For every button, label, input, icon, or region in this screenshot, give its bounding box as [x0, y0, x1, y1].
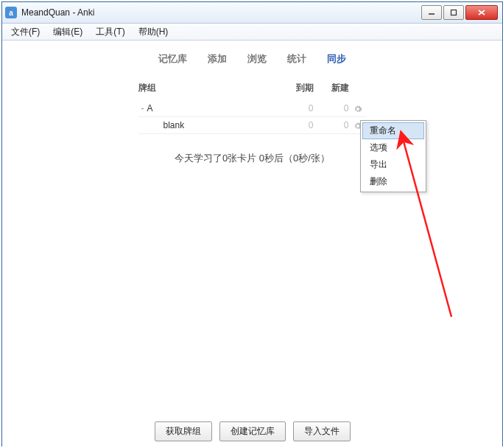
- nav-sync[interactable]: 同步: [327, 52, 346, 66]
- svg-rect-1: [451, 10, 457, 15]
- deck-row[interactable]: - A 0 0: [138, 100, 367, 117]
- deck-due: 0: [278, 103, 314, 113]
- deck-row[interactable]: blank 0 0: [138, 117, 367, 134]
- gear-icon: [353, 105, 362, 113]
- minimize-icon: [428, 9, 435, 16]
- nav-add[interactable]: 添加: [208, 52, 227, 66]
- get-decks-button[interactable]: 获取牌组: [155, 421, 212, 441]
- bottom-bar: 获取牌组 创建记忆库 导入文件: [2, 421, 502, 441]
- deck-new: 0: [314, 120, 349, 130]
- deck-gear-button[interactable]: [349, 103, 367, 113]
- deck-context-menu: 重命名 选项 导出 删除: [360, 120, 426, 192]
- close-icon: [477, 9, 486, 16]
- deck-table-header: 牌组 到期 新建: [138, 79, 367, 100]
- app-icon: [5, 7, 17, 18]
- nav-browse[interactable]: 浏览: [247, 52, 267, 66]
- close-button[interactable]: [465, 5, 498, 20]
- menu-file[interactable]: 文件(F): [5, 24, 46, 40]
- context-export[interactable]: 导出: [362, 156, 424, 173]
- top-nav: 记忆库 添加 浏览 统计 同步: [2, 41, 502, 66]
- col-header-name: 牌组: [138, 82, 278, 94]
- create-deck-button[interactable]: 创建记忆库: [219, 421, 286, 441]
- maximize-icon: [450, 9, 457, 16]
- nav-decks[interactable]: 记忆库: [158, 52, 187, 66]
- deck-name[interactable]: A: [147, 103, 278, 113]
- context-options[interactable]: 选项: [362, 139, 424, 156]
- minimize-button[interactable]: [421, 5, 442, 20]
- maximize-button[interactable]: [443, 5, 464, 20]
- menu-help[interactable]: 帮助(H): [133, 24, 175, 40]
- titlebar: MeandQuan - Anki: [2, 2, 502, 24]
- content-area: 记忆库 添加 浏览 统计 同步 牌组 到期 新建 - A 0 0: [2, 41, 502, 447]
- window-controls: [421, 5, 498, 20]
- deck-due: 0: [278, 120, 314, 130]
- collapse-toggle[interactable]: -: [138, 103, 147, 113]
- col-header-due: 到期: [278, 82, 314, 94]
- study-summary: 今天学习了0张卡片 0秒后（0秒/张）: [2, 152, 502, 165]
- nav-stats[interactable]: 统计: [287, 52, 306, 66]
- import-file-button[interactable]: 导入文件: [293, 421, 351, 441]
- deck-table: 牌组 到期 新建 - A 0 0 blank 0 0: [138, 79, 367, 134]
- deck-new: 0: [314, 103, 349, 113]
- context-rename[interactable]: 重命名: [362, 122, 424, 139]
- context-delete[interactable]: 删除: [362, 173, 424, 190]
- menu-tools[interactable]: 工具(T): [90, 24, 130, 40]
- col-header-new: 新建: [314, 82, 349, 94]
- menubar: 文件(F) 编辑(E) 工具(T) 帮助(H): [2, 24, 502, 41]
- app-window: MeandQuan - Anki 文件(F) 编辑(E) 工具(T) 帮助(H)…: [1, 1, 503, 447]
- menu-edit[interactable]: 编辑(E): [47, 24, 88, 40]
- window-title: MeandQuan - Anki: [21, 7, 421, 18]
- deck-name[interactable]: blank: [147, 120, 278, 130]
